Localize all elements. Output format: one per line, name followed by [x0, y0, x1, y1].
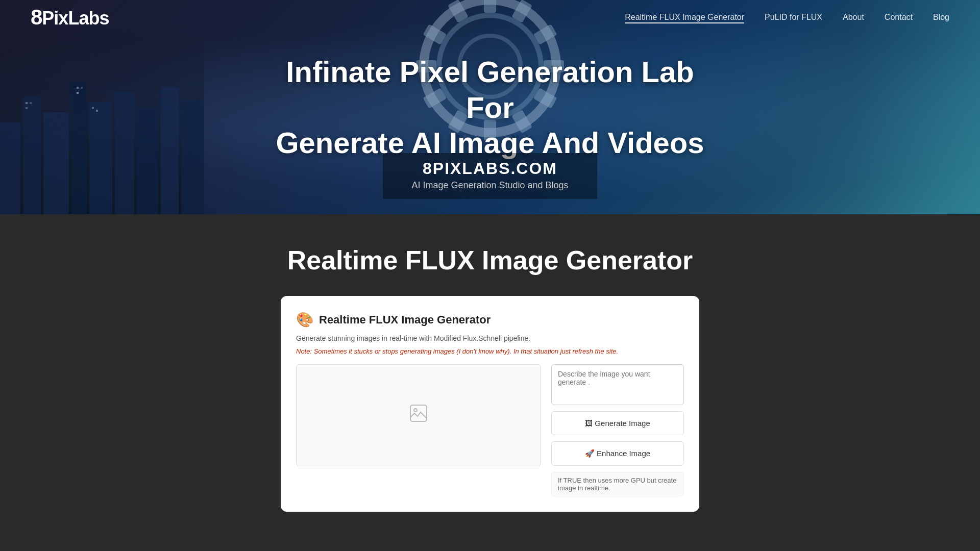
enhance-button-label: 🚀 Enhance Image	[585, 449, 650, 458]
nav-links: Realtime FLUX Image Generator PuLID for …	[625, 13, 949, 22]
card-controls: 🖼 Generate Image 🚀 Enhance Image If TRUE…	[551, 364, 684, 496]
hero-brand-subtitle: AI Image Generation Studio and Blogs	[398, 180, 582, 191]
prompt-textarea[interactable]	[551, 364, 684, 405]
hero-content: Infinate Pixel Generation Lab For Genera…	[260, 54, 720, 161]
realtime-note: If TRUE then uses more GPU but create im…	[551, 472, 684, 496]
image-preview-area	[296, 364, 541, 466]
svg-rect-19	[89, 102, 112, 214]
generator-card: 🎨 Realtime FLUX Image Generator Generate…	[281, 296, 699, 512]
main-content: Realtime FLUX Image Generator 🎨 Realtime…	[0, 214, 980, 551]
section-title: Realtime FLUX Image Generator	[287, 245, 693, 276]
card-header-icon: 🎨	[296, 311, 314, 328]
nav-pulid-flux[interactable]: PuLID for FLUX	[765, 13, 822, 21]
svg-rect-15	[0, 122, 20, 214]
svg-rect-27	[77, 87, 79, 89]
svg-rect-17	[43, 112, 69, 214]
hero-title: Infinate Pixel Generation Lab For Genera…	[260, 54, 720, 161]
enhance-button[interactable]: 🚀 Enhance Image	[551, 441, 684, 466]
site-logo[interactable]: 8PixLabs	[31, 5, 109, 30]
nav-realtime-flux[interactable]: Realtime FLUX Image Generator	[625, 13, 744, 23]
svg-rect-30	[92, 107, 94, 109]
hero-left-decoration	[0, 20, 204, 214]
nav-about[interactable]: About	[843, 13, 864, 21]
image-placeholder-icon	[409, 404, 428, 427]
card-body: 🖼 Generate Image 🚀 Enhance Image If TRUE…	[296, 364, 684, 496]
svg-rect-22	[161, 87, 179, 214]
svg-rect-20	[115, 92, 134, 214]
generate-button[interactable]: 🖼 Generate Image	[551, 411, 684, 435]
card-title: Realtime FLUX Image Generator	[319, 313, 491, 327]
nav-blog[interactable]: Blog	[933, 13, 949, 21]
svg-rect-18	[71, 82, 87, 214]
card-note: Note: Sometimes it stucks or stops gener…	[296, 347, 684, 355]
navbar: 8PixLabs Realtime FLUX Image Generator P…	[0, 0, 980, 35]
svg-rect-28	[81, 87, 83, 89]
svg-rect-21	[137, 107, 158, 214]
svg-rect-25	[30, 102, 32, 104]
svg-rect-26	[26, 107, 28, 109]
generate-button-label: 🖼 Generate Image	[585, 419, 650, 428]
svg-rect-29	[77, 92, 79, 94]
svg-rect-32	[410, 405, 427, 421]
card-description: Generate stunning images in real-time wi…	[296, 334, 684, 342]
svg-rect-16	[23, 97, 41, 214]
hero-brand-name: 8PIXLABS.COM	[398, 159, 582, 178]
nav-contact[interactable]: Contact	[885, 13, 913, 21]
svg-rect-23	[181, 99, 204, 214]
svg-rect-24	[26, 102, 28, 104]
svg-rect-31	[96, 110, 98, 112]
card-header: 🎨 Realtime FLUX Image Generator	[296, 311, 684, 328]
svg-point-33	[414, 409, 417, 412]
hero-brand-card: 8PIXLABS.COM AI Image Generation Studio …	[383, 153, 597, 199]
